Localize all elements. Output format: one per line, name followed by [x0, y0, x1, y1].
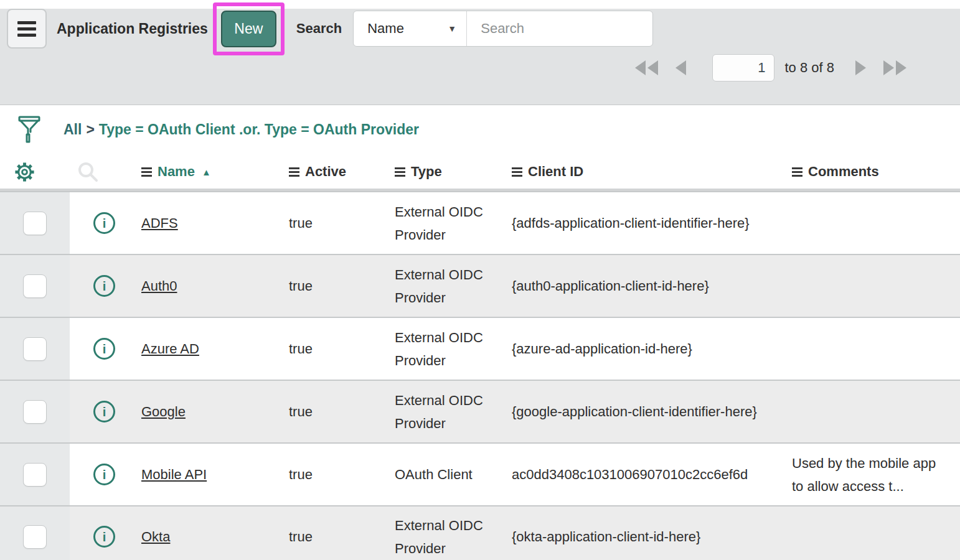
filter-funnel-icon — [17, 115, 41, 144]
filter-toggle-button[interactable] — [17, 115, 41, 144]
table-row: ADFS true External OIDC Provider {adfds-… — [0, 191, 960, 254]
comments-cell — [789, 318, 960, 380]
column-header-label: Active — [305, 164, 346, 180]
page-number-input[interactable] — [712, 54, 774, 82]
info-icon[interactable] — [93, 401, 115, 422]
first-page-button[interactable] — [634, 59, 659, 77]
record-link[interactable]: Mobile API — [141, 463, 207, 486]
column-menu-icon — [141, 167, 152, 177]
active-value: true — [289, 525, 313, 548]
info-icon[interactable] — [93, 212, 115, 234]
column-header-comments[interactable]: Comments — [792, 164, 879, 180]
info-icon[interactable] — [93, 275, 115, 297]
type-value: External OIDC Provider — [395, 200, 494, 246]
row-select-cell — [0, 381, 70, 442]
column-header-label: Name — [158, 164, 195, 180]
table-row: Auth0 true External OIDC Provider {auth0… — [0, 254, 960, 317]
comments-cell — [789, 192, 960, 254]
column-header-client-id-cell: Client ID — [509, 154, 789, 189]
comments-cell — [789, 255, 960, 317]
type-cell: External OIDC Provider — [392, 255, 509, 317]
comments-cell: Used by the mobile app to allow access t… — [789, 444, 960, 505]
active-cell: true — [286, 192, 392, 254]
row-info-cell — [70, 192, 139, 254]
info-icon[interactable] — [93, 338, 115, 360]
search-icon — [77, 161, 98, 182]
personalize-list-button[interactable] — [14, 161, 35, 183]
row-info-cell — [70, 381, 139, 442]
list-context-menu-button[interactable] — [7, 9, 47, 49]
column-menu-icon — [395, 167, 405, 177]
column-header-active[interactable]: Active — [289, 164, 346, 180]
row-select-cell — [0, 318, 70, 380]
previous-page-button[interactable] — [674, 59, 687, 77]
list-header: Application Registries New Search Name ▼ — [0, 9, 960, 105]
column-search-toggle-button[interactable] — [77, 161, 98, 182]
client-id-value: {azure-ad-application-id-here} — [512, 337, 692, 360]
record-link[interactable]: ADFS — [141, 212, 178, 235]
record-link[interactable]: Google — [141, 400, 186, 423]
info-icon[interactable] — [93, 526, 115, 548]
column-search-cell — [70, 154, 139, 189]
row-checkbox[interactable] — [23, 274, 47, 298]
row-checkbox[interactable] — [23, 525, 47, 549]
search-label: Search — [296, 21, 342, 37]
table-row: Azure AD true External OIDC Provider {az… — [0, 317, 960, 380]
record-link[interactable]: Azure AD — [141, 337, 199, 360]
search-column-select[interactable]: Name ▼ — [354, 11, 467, 46]
column-header-name[interactable]: Name ▲ — [141, 164, 211, 180]
type-cell: OAuth Client — [392, 444, 509, 505]
breadcrumb-all-link[interactable]: All — [64, 121, 82, 138]
column-header-client-id[interactable]: Client ID — [512, 164, 583, 180]
next-page-button[interactable] — [854, 59, 867, 77]
record-link[interactable]: Auth0 — [141, 274, 177, 297]
row-select-cell — [0, 255, 70, 317]
table-row: Okta true External OIDC Provider {okta-a… — [0, 505, 960, 560]
last-page-icon — [883, 60, 894, 75]
record-link[interactable]: Okta — [141, 525, 170, 548]
table-row: Google true External OIDC Provider {goog… — [0, 380, 960, 442]
column-header-type[interactable]: Type — [395, 164, 442, 180]
info-icon[interactable] — [93, 464, 115, 485]
column-header-active-cell: Active — [286, 154, 392, 189]
sort-ascending-icon: ▲ — [202, 167, 211, 177]
hamburger-menu-icon — [17, 21, 36, 37]
search-column-value: Name — [367, 21, 404, 37]
dropdown-arrow-icon: ▼ — [448, 24, 456, 34]
pagination-range-text: to 8 of 8 — [784, 60, 834, 76]
client-id-cell: {adfds-application-client-identifier-her… — [509, 192, 789, 254]
first-page-icon — [647, 60, 658, 75]
type-value: External OIDC Provider — [395, 389, 494, 435]
type-value: OAuth Client — [395, 463, 473, 486]
row-info-cell — [70, 506, 139, 560]
filter-bar: All > Type = OAuth Client .or. Type = OA… — [0, 105, 960, 154]
last-page-icon — [896, 60, 906, 75]
search-input[interactable] — [467, 11, 653, 46]
type-value: External OIDC Provider — [395, 263, 494, 309]
search-combo: Name ▼ — [353, 11, 653, 47]
column-header-label: Client ID — [528, 164, 583, 180]
new-button[interactable]: New — [221, 11, 276, 47]
type-value: External OIDC Provider — [395, 514, 494, 560]
name-cell: ADFS — [139, 192, 286, 254]
active-value: true — [289, 337, 313, 360]
table-row: Mobile API true OAuth Client ac0dd3408c1… — [0, 442, 960, 505]
name-cell: Mobile API — [139, 444, 286, 505]
name-cell: Azure AD — [139, 318, 286, 380]
name-cell: Okta — [139, 506, 286, 560]
row-checkbox[interactable] — [23, 212, 47, 235]
active-cell: true — [286, 506, 392, 560]
row-checkbox[interactable] — [23, 400, 47, 424]
active-value: true — [289, 400, 313, 423]
next-page-icon — [855, 60, 866, 75]
comments-cell — [789, 381, 960, 442]
name-cell: Auth0 — [139, 255, 286, 317]
row-checkbox[interactable] — [23, 463, 47, 487]
last-page-button[interactable] — [882, 59, 908, 77]
row-checkbox[interactable] — [23, 337, 47, 361]
client-id-cell: {okta-application-client-id-here} — [509, 506, 789, 560]
type-cell: External OIDC Provider — [392, 506, 509, 560]
row-info-cell — [70, 255, 139, 317]
active-cell: true — [286, 255, 392, 317]
breadcrumb-condition-link[interactable]: Type = OAuth Client .or. Type = OAuth Pr… — [99, 121, 419, 138]
